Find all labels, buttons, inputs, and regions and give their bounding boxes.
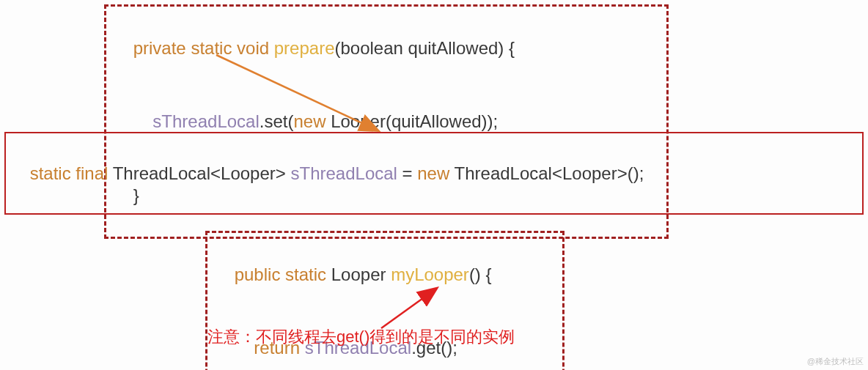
arrow-orange-down [202,51,392,139]
keyword-static: static [285,264,331,284]
method-name-mylooper: myLooper [391,264,469,284]
keyword-new: new [417,163,454,183]
keyword-static: static [30,163,76,183]
type-threadlocal: ThreadLocal<Looper> [113,163,291,183]
annotation-text: 注意：不同线程去get()得到的是不同的实例 [207,326,515,348]
indent [133,111,153,131]
keyword-private: private [133,38,191,58]
svg-line-0 [216,55,378,130]
svg-line-1 [381,289,436,328]
code-box-declaration: static final ThreadLocal<Looper> sThread… [4,132,864,215]
code-line: static final ThreadLocal<Looper> sThread… [10,136,858,210]
watermark: @稀金技术社区 [807,356,864,367]
keyword-public: public [235,264,285,284]
type-looper: Looper [331,264,391,284]
variable-sthreadlocal: sThreadLocal [290,163,397,183]
keyword-final: final [76,163,112,183]
code-text: ThreadLocal<Looper>(); [455,163,644,183]
code-text: () { [469,264,492,284]
equals: = [397,163,417,183]
